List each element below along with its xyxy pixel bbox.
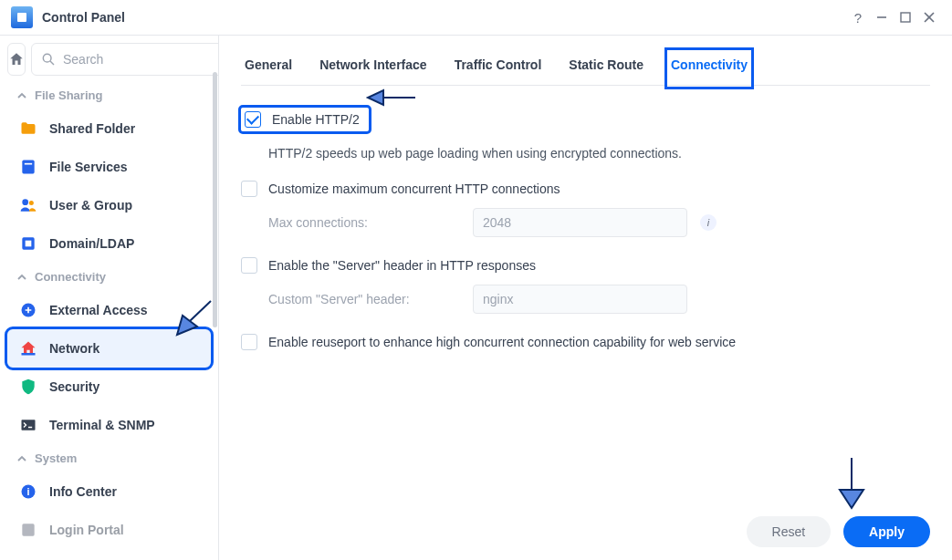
sidebar-item-label: Info Center — [49, 484, 117, 499]
section-system[interactable]: System — [7, 444, 211, 472]
info-icon: i — [18, 482, 38, 502]
chevron-up-icon — [16, 453, 27, 464]
sidebar-item-label: Terminal & SNMP — [49, 418, 155, 432]
section-label: File Sharing — [35, 88, 102, 102]
reset-button[interactable]: Reset — [747, 516, 832, 547]
sidebar-item-external-access[interactable]: External Access — [7, 291, 211, 329]
svg-point-9 — [29, 201, 34, 205]
svg-point-4 — [43, 54, 51, 62]
svg-rect-7 — [25, 163, 32, 165]
link-icon — [18, 300, 38, 320]
custom-server-label: Custom "Server" header: — [268, 292, 460, 306]
checkbox-reuseport[interactable] — [241, 334, 257, 350]
section-connectivity[interactable]: Connectivity — [7, 263, 211, 291]
tab-bar: General Network Interface Traffic Contro… — [241, 52, 930, 86]
checkbox-server-header[interactable] — [241, 257, 257, 274]
svg-line-5 — [50, 61, 54, 65]
tab-traffic-control[interactable]: Traffic Control — [453, 52, 544, 85]
sidebar-item-label: File Services — [49, 160, 128, 174]
domain-icon — [18, 233, 38, 254]
section-file-sharing[interactable]: File Sharing — [7, 81, 211, 109]
tab-static-route[interactable]: Static Route — [567, 52, 645, 85]
option-label: Customize maximum concurrent HTTP connec… — [268, 181, 560, 196]
max-connections-label: Max connections: — [268, 215, 460, 230]
svg-rect-6 — [22, 161, 34, 174]
svg-line-3 — [925, 13, 934, 22]
sidebar-scrollbar[interactable] — [213, 36, 218, 560]
svg-rect-11 — [26, 241, 32, 247]
shield-icon — [18, 377, 38, 397]
tab-general[interactable]: General — [243, 52, 294, 85]
chevron-up-icon — [16, 272, 27, 283]
tab-connectivity[interactable]: Connectivity — [669, 52, 749, 85]
maximize-button[interactable] — [894, 5, 917, 29]
sidebar-item-login-portal[interactable]: Login Portal — [7, 511, 211, 549]
apply-button[interactable]: Apply — [843, 516, 930, 547]
content-pane: General Network Interface Traffic Contro… — [219, 36, 952, 560]
titlebar: Control Panel ? — [0, 0, 952, 36]
sidebar-item-security[interactable]: Security — [7, 368, 211, 406]
checkbox-enable-http2[interactable] — [245, 111, 261, 128]
home-button[interactable] — [7, 43, 26, 76]
terminal-icon — [18, 415, 38, 435]
sidebar-item-shared-folder[interactable]: Shared Folder — [7, 109, 211, 148]
option-label: Enable reuseport to enhance high concurr… — [268, 335, 736, 349]
svg-rect-17 — [22, 524, 34, 535]
annotation-arrow-icon — [829, 453, 874, 513]
sidebar-item-domain-ldap[interactable]: Domain/LDAP — [7, 224, 211, 263]
svg-text:i: i — [26, 486, 29, 497]
portal-icon — [18, 520, 38, 540]
window-title: Control Panel — [42, 10, 125, 25]
section-label: System — [35, 451, 77, 465]
sidebar-item-info-center[interactable]: i Info Center — [7, 472, 211, 511]
sidebar-item-label: Network — [49, 341, 99, 356]
sidebar-item-label: Login Portal — [49, 523, 124, 537]
minimize-button[interactable] — [870, 5, 894, 29]
svg-point-8 — [22, 199, 28, 205]
users-icon — [18, 195, 38, 215]
sidebar-item-label: External Access — [49, 303, 148, 317]
svg-rect-13 — [22, 353, 36, 356]
svg-line-2 — [925, 13, 934, 22]
checkbox-customize-max[interactable] — [241, 181, 257, 197]
sidebar-item-label: Shared Folder — [49, 121, 135, 136]
sidebar-item-label: Domain/LDAP — [49, 236, 134, 251]
svg-rect-14 — [22, 420, 36, 430]
svg-rect-1 — [901, 13, 910, 22]
folder-icon — [18, 119, 38, 139]
custom-server-input — [473, 285, 687, 314]
tab-network-interface[interactable]: Network Interface — [318, 52, 428, 85]
sidebar-item-network[interactable]: Network — [7, 329, 211, 368]
app-icon — [11, 6, 33, 28]
file-services-icon — [18, 157, 38, 177]
info-icon[interactable]: i — [700, 214, 717, 231]
search-input[interactable] — [63, 52, 219, 67]
option-label: Enable the "Server" header in HTTP respo… — [268, 258, 536, 273]
close-button[interactable] — [917, 5, 941, 29]
sidebar: File Sharing Shared Folder File Services… — [0, 36, 219, 560]
sidebar-item-label: User & Group — [49, 198, 132, 213]
sidebar-item-file-services[interactable]: File Services — [7, 148, 211, 186]
max-connections-input — [473, 208, 687, 237]
section-label: Connectivity — [35, 270, 106, 284]
sidebar-item-terminal-snmp[interactable]: Terminal & SNMP — [7, 406, 211, 444]
sidebar-item-user-group[interactable]: User & Group — [7, 186, 211, 224]
sidebar-item-label: Security — [49, 379, 99, 394]
option-label: Enable HTTP/2 — [272, 112, 360, 127]
chevron-up-icon — [16, 90, 27, 101]
network-icon — [18, 338, 38, 358]
help-button[interactable]: ? — [846, 5, 870, 29]
search-field[interactable] — [31, 43, 219, 76]
search-icon — [41, 52, 56, 67]
http2-description: HTTP/2 speeds up web page loading when u… — [268, 146, 930, 161]
